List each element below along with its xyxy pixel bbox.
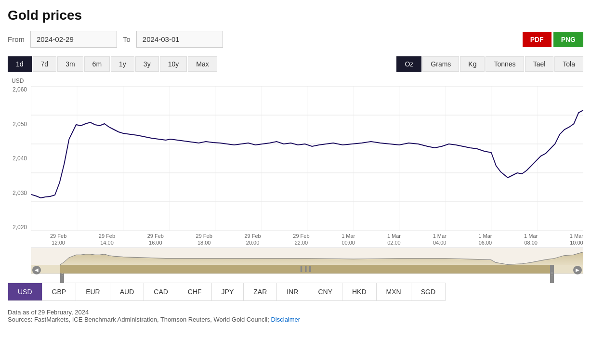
disclaimer-link[interactable]: Disclaimer xyxy=(271,316,300,323)
x-tick-7: 1 Mar02:00 xyxy=(387,233,401,247)
x-tick-9: 1 Mar06:00 xyxy=(478,233,492,247)
scroll-right-arrow[interactable]: ▶ xyxy=(573,266,582,274)
unit-btn-grams[interactable]: Grams xyxy=(422,56,459,72)
currency-btn-cad[interactable]: CAD xyxy=(144,283,178,300)
unit-btn-tael[interactable]: Tael xyxy=(525,56,554,72)
sources-text: Sources: FastMarkets, ICE Benchmark Admi… xyxy=(8,316,583,323)
unit-btn-oz[interactable]: Oz xyxy=(396,56,421,72)
period-unit-row: 1d 7d 3m 6m 1y 3y 10y Max Oz Grams Kg To… xyxy=(8,56,583,72)
chart-right: 29 Feb12:00 29 Feb14:00 29 Feb16:00 29 F… xyxy=(31,86,583,274)
scroll-handle-dots: ▌▌▌ xyxy=(301,266,314,272)
scroll-left-arrow[interactable]: ◀ xyxy=(32,266,41,274)
period-btn-1d[interactable]: 1d xyxy=(8,56,32,72)
x-tick-0: 29 Feb12:00 xyxy=(50,233,66,247)
currency-btn-usd[interactable]: USD xyxy=(8,283,42,300)
pdf-button[interactable]: PDF xyxy=(523,32,552,47)
y-axis-labels: 2,060 2,050 2,040 2,030 2,020 xyxy=(8,86,31,231)
period-btn-1y[interactable]: 1y xyxy=(111,56,134,72)
chart-wrapper: 2,060 2,050 2,040 2,030 2,020 xyxy=(8,86,583,274)
y-label-2020: 2,020 xyxy=(8,224,27,231)
unit-btn-kg[interactable]: Kg xyxy=(460,56,485,72)
unit-btn-tonnes[interactable]: Tonnes xyxy=(486,56,524,72)
currency-btn-inr[interactable]: INR xyxy=(277,283,308,300)
export-buttons-group: PDF PNG xyxy=(523,32,583,47)
currency-btn-aud[interactable]: AUD xyxy=(110,283,144,300)
currency-btn-mxn[interactable]: MXN xyxy=(377,283,411,300)
currency-btn-sgd[interactable]: SGD xyxy=(411,283,445,300)
period-btn-6m[interactable]: 6m xyxy=(84,56,110,72)
png-button[interactable]: PNG xyxy=(553,32,583,47)
scroll-handle[interactable]: ▌▌▌ xyxy=(60,265,554,273)
footer: Data as of 29 February, 2024 Sources: Fa… xyxy=(8,309,583,323)
x-axis-labels: 29 Feb12:00 29 Feb14:00 29 Feb16:00 29 F… xyxy=(31,231,583,247)
currency-btn-eur[interactable]: EUR xyxy=(76,283,110,300)
currency-btn-zar[interactable]: ZAR xyxy=(244,283,277,300)
x-tick-4: 29 Feb20:00 xyxy=(244,233,261,247)
data-as-of: Data as of 29 February, 2024 xyxy=(8,309,583,316)
currency-btn-jpy[interactable]: JPY xyxy=(212,283,244,300)
period-btn-7d[interactable]: 7d xyxy=(33,56,57,72)
currency-btn-gbp[interactable]: GBP xyxy=(42,283,77,300)
x-tick-10: 1 Mar08:00 xyxy=(524,233,538,247)
period-btn-max[interactable]: Max xyxy=(188,56,217,72)
y-label-2050: 2,050 xyxy=(8,121,27,128)
currency-bar: USD GBP EUR AUD CAD CHF JPY ZAR INR CNY … xyxy=(8,283,446,301)
y-label-2030: 2,030 xyxy=(8,190,27,196)
x-tick-2: 29 Feb16:00 xyxy=(147,233,164,247)
currency-btn-chf[interactable]: CHF xyxy=(178,283,212,300)
from-label: From xyxy=(8,35,25,43)
currency-btn-hkd[interactable]: HKD xyxy=(342,283,377,300)
period-buttons-group: 1d 7d 3m 6m 1y 3y 10y Max xyxy=(8,56,217,72)
minimap-scrollbar: ◀ ⋮ ▌▌▌ ⋮ ▶ xyxy=(31,265,583,273)
unit-buttons-group: Oz Grams Kg Tonnes Tael Tola xyxy=(396,56,583,72)
period-btn-10y[interactable]: 10y xyxy=(160,56,187,72)
period-btn-3m[interactable]: 3m xyxy=(57,56,83,72)
x-tick-5: 29 Feb22:00 xyxy=(293,233,309,247)
x-tick-6: 1 Mar00:00 xyxy=(341,233,355,247)
chart-area: USD 2,060 2,050 2,040 2,030 2,020 xyxy=(8,78,583,274)
minimap-container: ◀ ⋮ ▌▌▌ ⋮ ▶ xyxy=(31,247,583,274)
main-chart-container xyxy=(31,86,583,231)
page-title: Gold prices xyxy=(8,8,583,23)
currency-btn-cny[interactable]: CNY xyxy=(308,283,342,300)
x-tick-3: 29 Feb18:00 xyxy=(196,233,212,247)
date-range-row: From To PDF PNG xyxy=(8,31,583,48)
unit-btn-tola[interactable]: Tola xyxy=(554,56,583,72)
x-tick-1: 29 Feb14:00 xyxy=(99,233,115,247)
to-date-input[interactable] xyxy=(136,31,223,48)
minimap-drag-right[interactable]: ⋮ xyxy=(550,265,554,283)
x-tick-11: 1 Mar10:00 xyxy=(570,233,583,247)
y-axis-label: USD xyxy=(8,78,583,84)
to-label: To xyxy=(123,35,131,43)
y-label-2060: 2,060 xyxy=(8,86,27,93)
period-btn-3y[interactable]: 3y xyxy=(135,56,159,72)
from-date-input[interactable] xyxy=(30,31,117,48)
x-tick-8: 1 Mar04:00 xyxy=(433,233,447,247)
y-label-2040: 2,040 xyxy=(8,155,27,162)
main-chart-svg xyxy=(31,86,583,231)
